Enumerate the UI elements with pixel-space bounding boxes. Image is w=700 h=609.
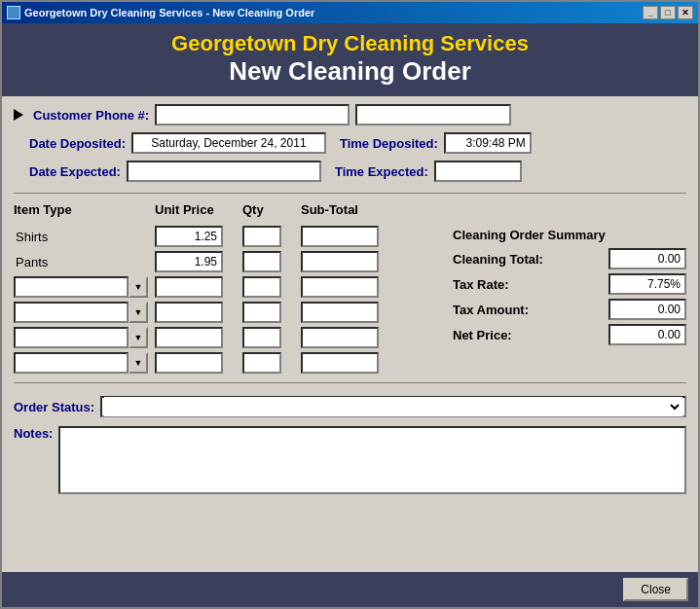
main-window: Georgetown Dry Cleaning Services - New C… (0, 0, 700, 609)
header-section: Georgetown Dry Cleaning Services New Cle… (2, 23, 698, 96)
window-close-button[interactable]: ✕ (678, 6, 693, 19)
table-row: ▼ (14, 302, 445, 323)
time-expected-label: Time Expected: (335, 164, 428, 179)
order-status-label: Order Status: (14, 400, 94, 414)
title-bar-left: Georgetown Dry Cleaning Services - New C… (7, 6, 314, 19)
item-price-input[interactable] (155, 302, 223, 323)
order-status-dropdown[interactable]: Pending In Progress Ready Completed Canc… (100, 396, 686, 417)
date-deposited-label: Date Deposited: (29, 136, 126, 151)
table-row: ▼ (14, 276, 445, 298)
arrow-marker-icon (14, 109, 23, 121)
table-row: Pants (14, 251, 445, 272)
divider2 (14, 382, 686, 383)
item-type-dropdown-cell[interactable]: ▼ (14, 327, 155, 348)
item-qty-input[interactable] (242, 226, 281, 247)
item-type-dropdown-input[interactable] (14, 302, 129, 323)
order-status-select[interactable]: Pending In Progress Ready Completed Canc… (104, 397, 682, 416)
col-item-type: Item Type (14, 202, 155, 217)
title-bar: Georgetown Dry Cleaning Services - New C… (2, 2, 698, 23)
company-name: Georgetown Dry Cleaning Services (12, 31, 688, 56)
net-price-row: Net Price: (453, 324, 686, 345)
cleaning-total-row: Cleaning Total: (453, 248, 686, 269)
cleaning-total-label: Cleaning Total: (453, 252, 543, 267)
col-qty: Qty (242, 202, 301, 217)
notes-label: Notes: (14, 426, 53, 441)
date-deposited-row: Date Deposited: Time Deposited: (14, 132, 686, 154)
table-row: ▼ (14, 327, 445, 348)
tax-rate-label: Tax Rate: (453, 277, 509, 292)
items-left: Shirts Pants ▼ (14, 226, 445, 374)
item-type-dropdown-input[interactable] (14, 276, 129, 298)
item-type-dropdown-btn[interactable]: ▼ (129, 302, 148, 323)
item-subtotal-input[interactable] (301, 327, 379, 348)
item-qty-input[interactable] (242, 251, 281, 272)
customer-phone-label: Customer Phone #: (33, 108, 149, 123)
main-content: Customer Phone #: Date Deposited: Time D… (2, 96, 698, 572)
maximize-button[interactable]: □ (660, 6, 676, 19)
title-bar-controls[interactable]: _ □ ✕ (643, 6, 693, 19)
net-price-label: Net Price: (453, 328, 512, 342)
item-subtotal-input[interactable] (301, 226, 379, 247)
table-row: ▼ (14, 352, 445, 374)
item-price-input[interactable] (155, 226, 223, 247)
item-subtotal-input[interactable] (301, 251, 379, 272)
item-type-dropdown-btn[interactable]: ▼ (129, 276, 148, 298)
item-type-dropdown-cell[interactable]: ▼ (14, 276, 155, 298)
item-price-input[interactable] (155, 327, 223, 348)
tax-rate-value[interactable] (608, 273, 686, 295)
summary-title: Cleaning Order Summary (453, 228, 686, 242)
customer-phone-row: Customer Phone #: (14, 104, 686, 125)
close-button[interactable]: Close (623, 578, 688, 601)
tax-amount-row: Tax Amount: (453, 299, 686, 320)
item-type-label: Shirts (14, 230, 155, 244)
date-deposited-input[interactable] (131, 132, 326, 154)
item-type-dropdown-input[interactable] (14, 327, 129, 348)
item-subtotal-input[interactable] (301, 276, 379, 298)
tax-amount-label: Tax Amount: (453, 303, 529, 317)
items-table-header: Item Type Unit Price Qty Sub-Total (14, 202, 686, 217)
page-title: New Cleaning Order (12, 56, 688, 87)
order-status-row: Order Status: Pending In Progress Ready … (14, 396, 686, 417)
item-subtotal-input[interactable] (301, 302, 379, 323)
item-price-input[interactable] (155, 276, 223, 298)
item-price-input[interactable] (155, 251, 223, 272)
item-type-dropdown-btn[interactable]: ▼ (129, 352, 148, 374)
cleaning-total-value[interactable] (608, 248, 686, 269)
item-type-dropdown-input[interactable] (14, 352, 129, 374)
col-subtotal: Sub-Total (301, 202, 398, 217)
notes-row: Notes: (14, 426, 686, 494)
item-type-dropdown-cell[interactable]: ▼ (14, 352, 155, 374)
time-deposited-input[interactable] (444, 132, 532, 154)
item-qty-input[interactable] (242, 352, 281, 374)
items-area: Shirts Pants ▼ (14, 226, 686, 374)
item-type-label: Pants (14, 255, 155, 269)
tax-amount-value[interactable] (608, 299, 686, 320)
item-type-dropdown-btn[interactable]: ▼ (129, 327, 148, 348)
customer-phone-input[interactable] (155, 104, 350, 125)
summary-panel: Cleaning Order Summary Cleaning Total: T… (453, 226, 686, 374)
bottom-bar: Close (2, 572, 698, 607)
item-qty-input[interactable] (242, 302, 281, 323)
date-expected-input[interactable] (127, 161, 321, 182)
date-expected-label: Date Expected: (29, 164, 121, 179)
net-price-value[interactable] (608, 324, 686, 345)
time-expected-input[interactable] (434, 161, 522, 182)
item-qty-input[interactable] (242, 327, 281, 348)
col-unit-price: Unit Price (155, 202, 242, 217)
item-subtotal-input[interactable] (301, 352, 379, 374)
item-type-dropdown-cell[interactable]: ▼ (14, 302, 155, 323)
date-expected-row: Date Expected: Time Expected: (14, 161, 686, 182)
table-row: Shirts (14, 226, 445, 247)
minimize-button[interactable]: _ (643, 6, 658, 19)
item-price-input[interactable] (155, 352, 223, 374)
item-qty-input[interactable] (242, 276, 281, 298)
divider (14, 193, 686, 194)
customer-phone-input2[interactable] (355, 104, 511, 125)
time-deposited-label: Time Deposited: (340, 136, 438, 151)
tax-rate-row: Tax Rate: (453, 273, 686, 295)
window-title: Georgetown Dry Cleaning Services - New C… (24, 7, 314, 18)
app-icon (7, 6, 20, 19)
notes-textarea[interactable] (58, 426, 686, 494)
